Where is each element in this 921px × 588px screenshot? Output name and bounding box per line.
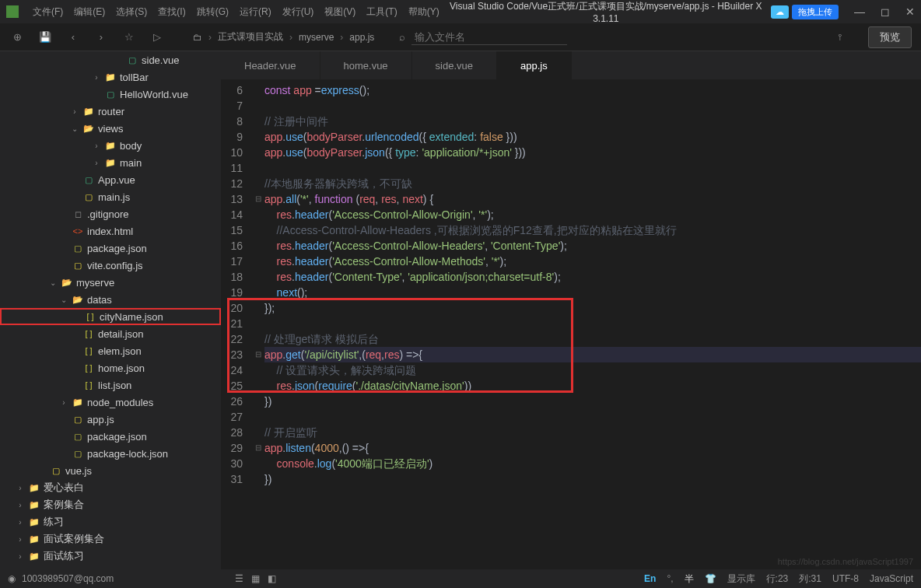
breadcrumb-segment[interactable]: app.js (349, 32, 374, 43)
code-line[interactable]: app.listen(4000,() =>{ (264, 440, 921, 456)
ime-indicator[interactable]: En (644, 573, 656, 584)
code-line[interactable]: }) (264, 394, 921, 409)
save-icon[interactable]: 💾 (37, 30, 53, 45)
chevron-icon[interactable]: › (16, 552, 25, 561)
code-line[interactable]: // 注册中间件 (264, 114, 921, 129)
editor-tab[interactable]: Header.vue (221, 51, 320, 79)
filetype[interactable]: JavaScript (870, 573, 913, 584)
breadcrumb-segment[interactable]: 正式课项目实战 (218, 30, 283, 44)
tree-item[interactable]: ▢vue.js (0, 462, 221, 479)
tree-item[interactable]: ▢App.vue (0, 171, 221, 188)
breadcrumb-segment[interactable]: myserve (299, 32, 334, 43)
code-line[interactable]: // 开启监听 (264, 425, 921, 440)
editor-tab[interactable]: app.js (497, 51, 572, 79)
tree-item[interactable]: ›📁node_modules (0, 394, 221, 411)
menu-item[interactable]: 查找(I) (153, 4, 190, 20)
tree-item[interactable]: ›📁main (0, 154, 221, 171)
editor-tab[interactable]: home.vue (320, 51, 412, 79)
tree-item[interactable]: [ ]cityName.json (0, 308, 221, 325)
menu-item[interactable]: 编辑(E) (69, 4, 110, 20)
menu-item[interactable]: 发行(U) (278, 4, 319, 20)
fold-marker[interactable]: ⊟ (252, 440, 264, 456)
sb-icon[interactable]: ◧ (268, 573, 276, 584)
search-icon[interactable]: ⌕ (399, 31, 405, 43)
tree-item[interactable]: ⌄📂datas (0, 291, 221, 308)
sb-icon[interactable]: ▦ (251, 573, 260, 584)
code-line[interactable]: app.use(bodyParser.json({ type: 'applica… (264, 145, 921, 160)
tree-item[interactable]: [ ]elem.json (0, 342, 221, 359)
chevron-icon[interactable]: › (92, 159, 101, 167)
close-button[interactable]: ✕ (905, 5, 915, 18)
code-line[interactable]: // 设置请求头，解决跨域问题 (264, 362, 921, 378)
encoding[interactable]: UTF-8 (832, 573, 859, 584)
tree-item[interactable]: <>index.html (0, 222, 221, 240)
code-line[interactable] (264, 409, 921, 425)
menu-item[interactable]: 选择(S) (111, 4, 152, 20)
editor-tab[interactable]: side.vue (412, 51, 497, 79)
run-icon[interactable]: ▷ (149, 30, 165, 45)
code-line[interactable]: //本地服务器解决跨域，不可缺 (264, 176, 921, 191)
chevron-icon[interactable]: ⌄ (70, 124, 79, 133)
sb-icon[interactable]: ☰ (235, 573, 243, 584)
code-line[interactable] (264, 160, 921, 176)
file-explorer[interactable]: ▢side.vue›📁tollBar▢HelloWorld.vue›📁route… (0, 51, 221, 569)
tree-item[interactable]: ›📁tollBar (0, 68, 221, 86)
tree-item[interactable]: ▢side.vue (0, 51, 221, 68)
filter-icon[interactable]: ⫯ (838, 31, 843, 43)
back-icon[interactable]: ‹ (65, 30, 81, 45)
tree-item[interactable]: ›📁爱心表白 (0, 479, 221, 496)
tree-item[interactable]: ▢vite.config.js (0, 257, 221, 274)
star-icon[interactable]: ☆ (121, 30, 137, 45)
half-icon[interactable]: 半 (685, 572, 694, 586)
tree-item[interactable]: ›📁案例集合 (0, 496, 221, 513)
chevron-icon[interactable]: › (92, 73, 101, 82)
menu-item[interactable]: 运行(R) (235, 4, 276, 20)
code-line[interactable]: next(); (264, 285, 921, 300)
chevron-icon[interactable]: › (70, 107, 79, 116)
code-line[interactable]: console.log('4000端口已经启动') (264, 456, 921, 471)
user-email[interactable]: 1003989507@qq.com (22, 573, 114, 584)
code-line[interactable]: // 处理get请求 模拟后台 (264, 331, 921, 347)
code-line[interactable] (264, 98, 921, 114)
tree-item[interactable]: ◻.gitignore (0, 205, 221, 222)
code-line[interactable] (264, 316, 921, 331)
code-line[interactable]: app.all('*', function (req, res, next) { (264, 191, 921, 207)
chevron-icon[interactable]: ⌄ (48, 278, 58, 287)
chevron-icon[interactable]: › (92, 142, 101, 150)
fold-marker[interactable]: ⊟ (252, 191, 264, 207)
code-line[interactable]: }) (264, 471, 921, 487)
chevron-icon[interactable]: › (16, 535, 25, 544)
tree-item[interactable]: ▢main.js (0, 188, 221, 205)
tree-item[interactable]: [ ]detail.json (0, 325, 221, 342)
chevron-icon[interactable]: › (16, 518, 25, 527)
menu-item[interactable]: 工具(T) (362, 4, 401, 20)
code-line[interactable]: app.use(bodyParser.urlencoded({ extended… (264, 129, 921, 145)
menu-item[interactable]: 跳转(G) (192, 4, 233, 20)
upload-button[interactable]: 拖拽上传 (792, 5, 839, 19)
code-line[interactable]: res.header('Access-Control-Allow-Origin'… (264, 207, 921, 222)
tree-item[interactable]: ▢app.js (0, 411, 221, 428)
tree-item[interactable]: ›📁router (0, 103, 221, 120)
shirt-icon[interactable]: 👕 (705, 573, 716, 584)
tree-item[interactable]: ▢package.json (0, 428, 221, 445)
tree-item[interactable]: ▢package-lock.json (0, 445, 221, 462)
code-editor[interactable]: 6789101112131415161718192021222324252627… (221, 79, 921, 569)
fold-marker[interactable]: ⊟ (252, 347, 264, 362)
code-line[interactable]: app.get('/api/citylist',(req,res) =>{ (264, 347, 921, 362)
preview-button[interactable]: 预览 (868, 26, 912, 48)
code-lines[interactable]: const app =express();// 注册中间件app.use(bod… (264, 82, 921, 569)
chevron-icon[interactable]: › (16, 484, 25, 492)
code-line[interactable]: //Access-Control-Allow-Headers ,可根据浏览器的F… (264, 222, 921, 238)
code-line[interactable]: res.header('Content-Type', 'application/… (264, 269, 921, 285)
tree-item[interactable]: ›📁面试案例集合 (0, 530, 221, 548)
punct-icon[interactable]: °, (667, 573, 673, 584)
cloud-badge[interactable]: ☁ (771, 5, 789, 19)
tree-item[interactable]: [ ]home.json (0, 359, 221, 376)
tree-item[interactable]: ›📁body (0, 137, 221, 154)
menu-item[interactable]: 视图(V) (320, 4, 360, 20)
tree-item[interactable]: ⌄📂views (0, 120, 221, 137)
tree-item[interactable]: ▢HelloWorld.vue (0, 86, 221, 103)
chevron-icon[interactable]: ⌄ (59, 296, 68, 304)
code-line[interactable]: }); (264, 300, 921, 316)
chevron-icon[interactable]: › (59, 398, 68, 407)
